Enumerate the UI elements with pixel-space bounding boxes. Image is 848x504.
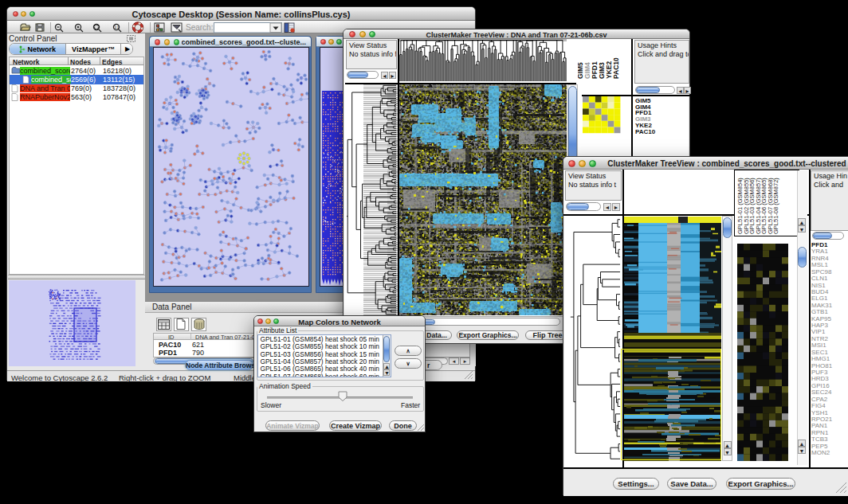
svg-text:Search:: Search: [186,23,213,32]
svg-text:GPL51-08 (GSM872): GPL51-08 (GSM872) [772,178,779,234]
svg-text:PAC10: PAC10 [612,57,620,79]
svg-text:1:1: 1:1 [114,25,120,29]
